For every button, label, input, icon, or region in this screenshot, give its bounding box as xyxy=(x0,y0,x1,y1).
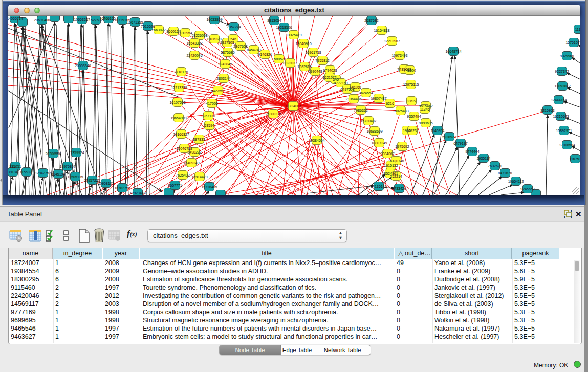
svg-text:9329966: 9329966 xyxy=(560,54,574,58)
svg-text:7632621: 7632621 xyxy=(488,164,502,168)
svg-text:4923: 4923 xyxy=(408,129,417,133)
svg-text:10807487: 10807487 xyxy=(371,97,386,100)
svg-text:16671355: 16671355 xyxy=(127,20,143,24)
svg-text:9777169: 9777169 xyxy=(334,81,347,85)
svg-text:10046788: 10046788 xyxy=(176,147,192,150)
svg-text:18807249: 18807249 xyxy=(371,141,387,145)
svg-text:3875685: 3875685 xyxy=(221,51,234,54)
svg-text:16914479: 16914479 xyxy=(191,175,207,179)
svg-text:12444154: 12444154 xyxy=(551,98,567,102)
svg-text:8427552: 8427552 xyxy=(211,89,225,93)
svg-text:17016504: 17016504 xyxy=(559,143,575,147)
svg-text:16107553: 16107553 xyxy=(169,101,185,104)
svg-text:546: 546 xyxy=(230,37,236,41)
svg-text:12213389: 12213389 xyxy=(171,86,187,90)
svg-text:10654112: 10654112 xyxy=(508,180,524,183)
svg-text:17359924: 17359924 xyxy=(68,151,84,155)
svg-text:7663822: 7663822 xyxy=(151,28,165,32)
svg-text:417006: 417006 xyxy=(206,102,217,105)
svg-text:2935114: 2935114 xyxy=(477,157,491,160)
svg-text:8215953: 8215953 xyxy=(540,108,554,112)
svg-text:8471676: 8471676 xyxy=(498,171,512,175)
svg-text:7986322: 7986322 xyxy=(354,108,367,112)
svg-text:2718176: 2718176 xyxy=(174,70,188,74)
svg-text:7357274: 7357274 xyxy=(227,25,241,29)
svg-text:252214: 252214 xyxy=(390,174,402,178)
svg-text:8454749: 8454749 xyxy=(247,48,260,52)
svg-text:9357494: 9357494 xyxy=(407,115,421,118)
svg-text:12942757: 12942757 xyxy=(35,171,51,175)
svg-text:9146821: 9146821 xyxy=(258,53,272,56)
svg-text:18640910: 18640910 xyxy=(295,42,311,46)
svg-text:12923448: 12923448 xyxy=(129,191,145,195)
svg-text:835051: 835051 xyxy=(9,165,21,168)
svg-text:116753: 116753 xyxy=(570,157,580,161)
svg-text:16543382: 16543382 xyxy=(186,41,202,45)
svg-text:16210643: 16210643 xyxy=(553,115,569,118)
svg-text:9242845: 9242845 xyxy=(218,62,232,66)
svg-text:16033809: 16033809 xyxy=(206,18,222,21)
svg-text:8912954: 8912954 xyxy=(178,31,192,35)
svg-text:6479197: 6479197 xyxy=(453,142,467,145)
svg-text:53226058: 53226058 xyxy=(191,34,207,37)
svg-text:20691406: 20691406 xyxy=(34,18,50,22)
svg-text:10025433: 10025433 xyxy=(393,109,408,113)
svg-text:1975692: 1975692 xyxy=(395,145,409,148)
svg-text:19218506: 19218506 xyxy=(276,26,292,29)
svg-text:7515526: 7515526 xyxy=(141,25,155,28)
svg-text:2867608: 2867608 xyxy=(233,45,247,48)
svg-text:14055714: 14055714 xyxy=(8,17,23,20)
svg-text:9899695: 9899695 xyxy=(419,121,432,125)
svg-text:16154838: 16154838 xyxy=(374,29,389,32)
svg-text:25300275: 25300275 xyxy=(265,112,281,116)
svg-text:16648784: 16648784 xyxy=(445,50,461,53)
svg-text:12093872: 12093872 xyxy=(554,84,570,88)
svg-text:1140954: 1140954 xyxy=(431,129,445,133)
svg-text:5938923: 5938923 xyxy=(442,135,456,139)
svg-text:6466160: 6466160 xyxy=(101,17,115,20)
svg-text:12505135: 12505135 xyxy=(67,175,83,179)
svg-text:18724007: 18724007 xyxy=(285,104,301,108)
svg-text:9084067: 9084067 xyxy=(380,152,394,156)
svg-text:19166827: 19166827 xyxy=(173,133,189,136)
svg-text:7955812: 7955812 xyxy=(315,59,329,62)
svg-text:13325419: 13325419 xyxy=(286,33,301,37)
svg-text:9474444: 9474444 xyxy=(465,150,479,154)
svg-text:1615132: 1615132 xyxy=(384,164,398,167)
svg-text:8322037: 8322037 xyxy=(283,61,297,65)
svg-text:9245652: 9245652 xyxy=(520,187,534,191)
svg-text:12975115: 12975115 xyxy=(403,83,419,86)
svg-text:746266: 746266 xyxy=(349,85,361,89)
svg-text:6794028: 6794028 xyxy=(323,69,337,72)
svg-text:1156829: 1156829 xyxy=(20,170,34,174)
svg-text:2687682: 2687682 xyxy=(364,19,378,23)
svg-text:8813054: 8813054 xyxy=(267,19,281,23)
svg-text:1588520: 1588520 xyxy=(272,57,286,61)
svg-text:16409349: 16409349 xyxy=(183,161,199,165)
svg-text:887833: 887833 xyxy=(193,138,205,141)
svg-text:6216: 6216 xyxy=(386,102,394,105)
svg-text:3267130: 3267130 xyxy=(201,114,215,118)
svg-text:9498222: 9498222 xyxy=(187,150,201,154)
svg-text:10958107: 10958107 xyxy=(98,182,114,185)
svg-text:1117: 1117 xyxy=(575,28,580,31)
svg-text:15892971: 15892971 xyxy=(556,129,572,133)
svg-text:39184: 39184 xyxy=(8,170,18,174)
svg-text:345: 345 xyxy=(333,78,339,81)
svg-text:16782759: 16782759 xyxy=(114,186,130,190)
svg-text:15751074: 15751074 xyxy=(565,41,580,45)
svg-text:1527602: 1527602 xyxy=(89,18,102,22)
svg-text:20206556: 20206556 xyxy=(45,152,61,156)
svg-text:20053346: 20053346 xyxy=(75,64,91,68)
svg-text:3624554: 3624554 xyxy=(359,91,373,95)
svg-text:1362615: 1362615 xyxy=(297,65,311,69)
svg-text:16961758: 16961758 xyxy=(305,51,321,54)
svg-text:8186328: 8186328 xyxy=(207,37,221,41)
svg-text:22420046: 22420046 xyxy=(186,54,202,57)
svg-text:2803144: 2803144 xyxy=(216,77,230,80)
svg-text:1733426: 1733426 xyxy=(392,187,406,190)
svg-text:10973493: 10973493 xyxy=(391,54,407,57)
svg-text:14136141: 14136141 xyxy=(371,185,386,188)
svg-text:19384554: 19384554 xyxy=(309,139,324,142)
svg-text:11346: 11346 xyxy=(420,107,430,111)
